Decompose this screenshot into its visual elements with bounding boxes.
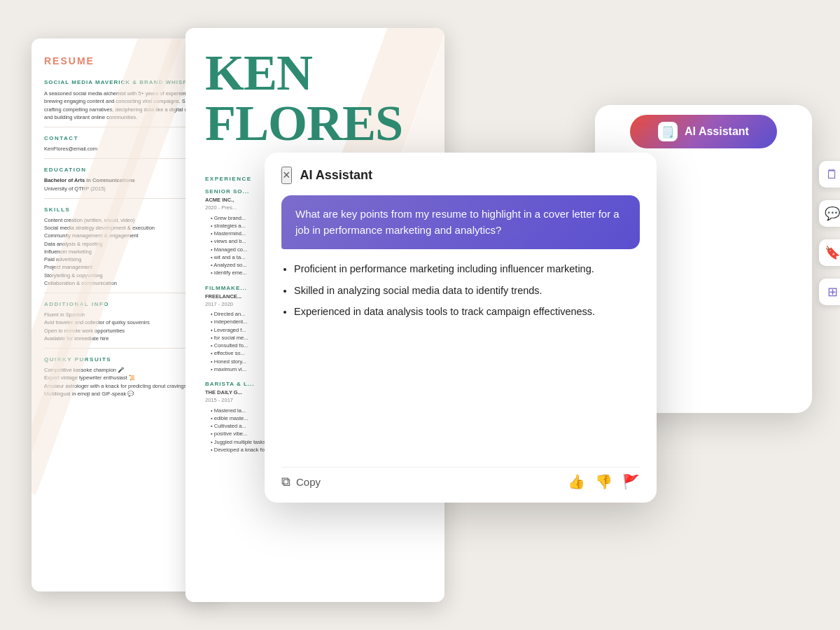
skill-item: Project management [44,263,208,271]
chat-response-list: Proficient in performance marketing incl… [281,260,640,321]
chat-user-message: What are key points from my resume to hi… [281,195,640,249]
last-name: FLORES [205,95,402,151]
skill-item: Storytelling & copywriting [44,272,208,279]
skill-item: Data analysis & reporting [44,240,208,248]
response-item: Experienced in data analysis tools to tr… [294,303,640,321]
ai-badge-icon: 🗒️ [658,122,678,141]
quirky-list: Competitive karaoke champion 🎤Expert vin… [44,366,208,398]
copy-icon: ⧉ [281,475,290,489]
ai-side-icons: 🗒 💬 🔖 ⊞ [819,161,840,305]
ai-chat-dialog: × AI Assistant What are key points from … [265,153,657,503]
resume-university: University of QTRP (2015) [44,185,208,192]
contact-label: CONTACT [44,134,208,143]
ai-icon-chat[interactable]: 💬 [819,200,840,227]
resume-job-title: SOCIAL MEDIA MAVERICK & BRAND WHISPERER [44,78,208,87]
ai-badge: 🗒️ AI Assistant [630,115,777,148]
thumbs-up-button[interactable]: 👍 [568,473,585,490]
skill-item: Community management & engagement [44,232,208,239]
ai-icon-doc[interactable]: 🗒 [819,161,840,188]
additional-item: Fluent in Spanish [44,311,208,318]
additional-item: Open to remote work opportunities [44,327,208,335]
additional-item: Available for immediate hire [44,335,208,342]
resume-title: RESUME [44,54,208,69]
additional-list: Fluent in SpanishAvid traveler and colle… [44,311,208,342]
response-item: Proficient in performance marketing incl… [294,260,640,278]
quirky-label: QUIRKY PURSUITS [44,356,208,364]
quirky-item: Amateur astrologer with a knack for pred… [44,382,208,390]
skills-list: Content creation (written, visual, video… [44,216,208,287]
ai-icon-grid[interactable]: ⊞ [819,279,840,305]
chat-response: Proficient in performance marketing incl… [281,260,640,456]
first-name: KEN [205,45,312,101]
chat-dialog-title: AI Assistant [300,168,372,183]
chat-close-button[interactable]: × [281,167,292,184]
additional-label: ADDITIONAL INFO [44,300,208,309]
skill-item: Social media strategy development & exec… [44,224,208,232]
thumbs-down-button[interactable]: 👎 [595,473,612,490]
quirky-item: Competitive karaoke champion 🎤 [44,366,208,374]
ai-badge-label: AI Assistant [685,125,749,138]
resume-email: KenFlores@email.com [44,145,208,153]
response-item: Skilled in analyzing social media data t… [294,282,640,300]
quirky-item: Expert vintage typewriter enthusiast 📜 [44,374,208,382]
resume-summary: A seasoned social media alchemist with 5… [44,90,208,121]
chat-header: × AI Assistant [281,167,640,184]
copy-label: Copy [296,476,321,488]
skill-item: Collaboration & communication [44,279,208,287]
additional-item: Avid traveler and collector of quirky so… [44,318,208,326]
skill-item: Paid advertising [44,255,208,263]
resume-degree: Bachelor of Arts in Communications [44,176,208,184]
quirky-item: Multilingual in emoji and GIF-speak 💬 [44,390,208,398]
name-text: KEN FLORES [205,48,402,148]
skills-label: SKILLS [44,206,208,214]
feedback-buttons: 👍 👎 🚩 [568,473,640,490]
skill-item: Influencer marketing [44,248,208,255]
education-label: EDUCATION [44,166,208,174]
skill-item: Content creation (written, visual, video… [44,216,208,224]
copy-button[interactable]: ⧉ Copy [281,475,321,489]
ai-icon-bookmark[interactable]: 🔖 [819,239,840,266]
chat-footer: ⧉ Copy 👍 👎 🚩 [281,467,640,490]
flag-button[interactable]: 🚩 [622,473,640,490]
